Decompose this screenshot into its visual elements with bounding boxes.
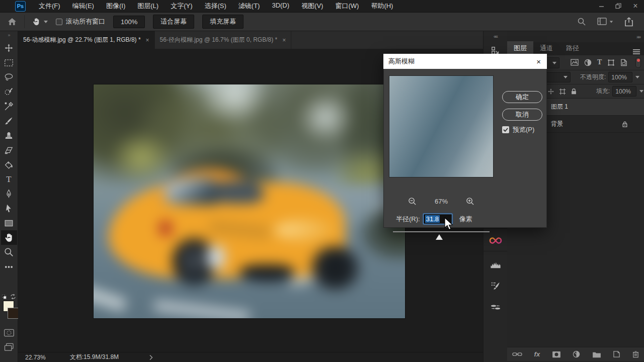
lock-position-icon[interactable] <box>547 88 554 95</box>
lasso-tool[interactable] <box>1 70 17 84</box>
brushes-panel-icon[interactable] <box>484 299 508 316</box>
document-tab-radial-blur[interactable]: 56-径向模糊.jpg @ 16.7% (图层 0, RGB/8) * × <box>155 31 292 49</box>
menu-image[interactable]: 图像(I) <box>100 0 131 12</box>
blur-preview-thumbnail[interactable] <box>389 75 494 177</box>
tab-paths[interactable]: 路径 <box>559 41 586 55</box>
zoom-in-icon[interactable] <box>466 197 474 206</box>
tab-label: 56-动感模糊.jpg @ 22.7% (图层 1, RGB/8) * <box>23 36 141 44</box>
hand-tool[interactable] <box>1 230 17 245</box>
fill-chevron-icon[interactable] <box>639 90 643 93</box>
background-color-swatch[interactable] <box>8 308 19 319</box>
menu-view[interactable]: 视图(V) <box>295 0 329 12</box>
edit-toolbar-ellipsis-icon[interactable] <box>1 259 17 274</box>
layer-style-fx-icon[interactable]: fx <box>534 350 540 358</box>
workspace-chevron-icon[interactable] <box>610 21 613 23</box>
cancel-button[interactable]: 取消 <box>502 109 542 121</box>
opacity-chevron-icon[interactable] <box>635 76 639 78</box>
eraser-tool[interactable] <box>1 143 17 157</box>
menu-file[interactable]: 文件(F) <box>33 0 66 12</box>
move-tool[interactable] <box>1 41 17 55</box>
layer-name[interactable]: 图层 1 <box>551 103 568 111</box>
search-icon[interactable] <box>572 17 592 26</box>
filter-type-layers-icon[interactable]: T <box>597 58 602 66</box>
brush-tool[interactable] <box>1 114 17 128</box>
menu-filter[interactable]: 滤镜(T) <box>232 0 266 12</box>
fit-screen-button[interactable]: 适合屏幕 <box>153 15 194 29</box>
menu-select[interactable]: 选择(S) <box>198 0 232 12</box>
default-colors-icon[interactable] <box>2 295 7 299</box>
new-adjustment-layer-icon[interactable] <box>573 350 580 358</box>
quick-selection-tool[interactable] <box>1 84 17 99</box>
opacity-label: 不透明度: <box>580 73 606 81</box>
filter-pixel-layers-icon[interactable] <box>571 59 579 66</box>
scroll-all-windows-checkbox[interactable]: 滚动所有窗口 <box>56 17 105 26</box>
fill-screen-button[interactable]: 填充屏幕 <box>202 15 244 29</box>
workspace-selector-icon[interactable] <box>592 18 619 26</box>
canvas-image[interactable] <box>94 84 405 318</box>
document-tab-motion-blur[interactable]: 56-动感模糊.jpg @ 22.7% (图层 1, RGB/8) * × <box>18 31 155 49</box>
filter-smart-objects-icon[interactable] <box>620 59 627 66</box>
menu-layer[interactable]: 图层(L) <box>131 0 165 12</box>
clone-stamp-tool[interactable] <box>1 128 17 143</box>
hand-tool-option-icon[interactable] <box>28 17 52 26</box>
tab-layers[interactable]: 图层 <box>507 41 533 55</box>
layer-name[interactable]: 背景 <box>551 120 563 128</box>
screen-mode-icon[interactable] <box>4 343 14 351</box>
type-tool[interactable]: T <box>1 172 17 187</box>
histogram-panel-icon[interactable] <box>484 256 508 274</box>
zoom-out-icon[interactable] <box>408 197 417 206</box>
path-select-tool[interactable] <box>1 201 17 216</box>
radius-slider-thumb[interactable] <box>436 234 443 240</box>
photoshop-logo-icon: Ps <box>15 1 26 12</box>
toolbar-collapse-icon[interactable]: » <box>0 31 18 38</box>
panel-menu-icon[interactable] <box>633 48 640 55</box>
shape-tool[interactable] <box>1 216 17 230</box>
eyedropper-tool[interactable] <box>1 99 17 114</box>
tab-close-icon[interactable]: × <box>282 37 286 44</box>
filter-shape-layers-icon[interactable] <box>607 59 615 66</box>
status-expand-icon[interactable] <box>149 354 153 360</box>
checkbox-checked-icon[interactable] <box>502 126 509 133</box>
brush-settings-panel-icon[interactable] <box>484 278 508 295</box>
ok-button[interactable]: 确定 <box>502 91 542 103</box>
share-icon[interactable] <box>619 17 639 27</box>
filter-adjustment-layers-icon[interactable] <box>584 59 592 66</box>
minimize-button[interactable] <box>593 0 610 12</box>
menu-window[interactable]: 窗口(W) <box>329 0 365 12</box>
restore-button[interactable] <box>610 0 627 12</box>
add-layer-mask-icon[interactable] <box>552 351 561 358</box>
marquee-tool[interactable] <box>1 55 17 70</box>
menu-help[interactable]: 帮助(H) <box>365 0 399 12</box>
dialog-title-bar[interactable]: 高斯模糊 × <box>383 54 547 69</box>
checkbox-box[interactable] <box>56 19 62 25</box>
new-layer-icon[interactable] <box>613 350 620 358</box>
gradient-bucket-tool[interactable] <box>1 157 17 172</box>
menu-3d[interactable]: 3D(D) <box>266 0 295 12</box>
collapse-panels-icon[interactable]: »» <box>636 34 640 40</box>
tab-close-icon[interactable]: × <box>146 37 149 44</box>
menu-type[interactable]: 文字(Y) <box>165 0 198 12</box>
zoom-100-button[interactable]: 100% <box>113 16 145 28</box>
tab-channels[interactable]: 通道 <box>533 41 559 55</box>
opacity-value[interactable]: 100% <box>608 72 632 82</box>
link-layers-icon[interactable] <box>512 351 522 357</box>
pen-tool[interactable] <box>1 187 17 201</box>
home-icon[interactable] <box>3 17 21 26</box>
fill-value[interactable]: 100% <box>612 86 636 97</box>
hand-tool-chevron-icon[interactable] <box>44 21 48 23</box>
quick-mask-icon[interactable] <box>4 329 15 337</box>
close-window-button[interactable]: × <box>627 0 644 12</box>
swap-colors-icon[interactable] <box>10 294 16 300</box>
radius-slider-track[interactable] <box>393 231 490 232</box>
preview-checkbox[interactable]: 预览(P) <box>502 125 534 134</box>
delete-layer-icon[interactable] <box>632 350 639 358</box>
filter-toggle-switch[interactable] <box>635 57 641 68</box>
zoom-tool[interactable] <box>1 245 17 259</box>
lock-artboard-icon[interactable] <box>559 88 566 95</box>
status-zoom-level[interactable]: 22.73% <box>25 354 46 361</box>
expand-panels-icon[interactable]: «« <box>484 31 507 39</box>
lock-all-icon[interactable] <box>571 88 577 95</box>
new-group-icon[interactable] <box>592 351 601 358</box>
dialog-close-icon[interactable]: × <box>536 57 541 66</box>
menu-edit[interactable]: 编辑(E) <box>66 0 100 12</box>
